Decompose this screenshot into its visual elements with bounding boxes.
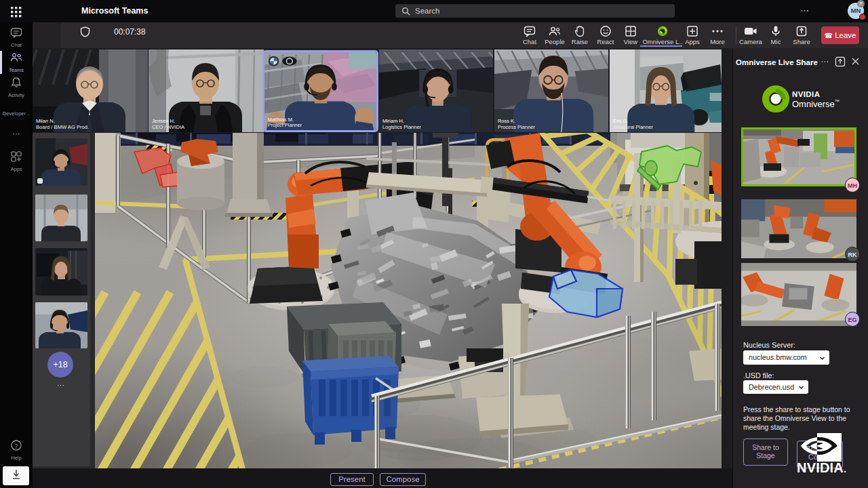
svg-text:Structural Planner: Structural Planner <box>613 124 654 130</box>
svg-text:Board / BMW AG Prod.: Board / BMW AG Prod. <box>36 124 89 130</box>
svg-text:Process Planner: Process Planner <box>498 124 536 130</box>
svg-text:Miriam H.: Miriam H. <box>382 118 404 124</box>
svg-text:Logistics Planner: Logistics Planner <box>382 124 422 130</box>
svg-text:Jensen H.: Jensen H. <box>152 118 175 124</box>
svg-text:?: ? <box>14 443 18 449</box>
svg-text:Project Planner: Project Planner <box>268 122 302 128</box>
svg-text:Ross K.: Ross K. <box>498 118 515 124</box>
svg-text:CEO / NVIDIA: CEO / NVIDIA <box>152 124 185 130</box>
svg-text:Emi G.: Emi G. <box>613 118 629 124</box>
svg-text:Milan N.: Milan N. <box>36 118 55 124</box>
